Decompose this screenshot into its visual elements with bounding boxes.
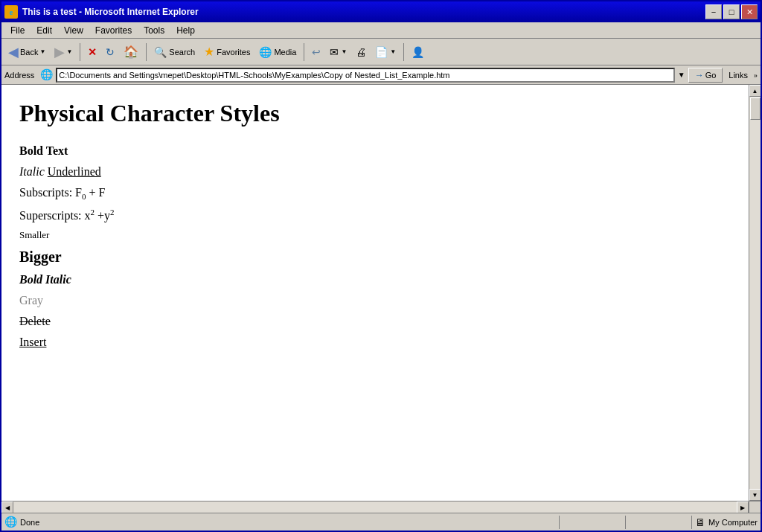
back-dropdown-icon: ▼ [39,48,45,55]
superscript-2: 2 [110,208,115,217]
history-button[interactable]: ↩ [308,42,324,63]
scroll-up-button[interactable]: ▲ [749,85,761,97]
maximize-button[interactable]: □ [723,4,740,19]
status-globe-icon: 🌐 [4,516,17,528]
menu-file[interactable]: File [4,24,31,37]
media-icon: 🌐 [259,46,272,58]
content-area: Physical Character Styles Bold Text Ital… [1,85,749,501]
underline-text: Underlined [48,165,101,178]
address-dropdown-icon[interactable]: ▼ [678,71,685,79]
browser-window: e This is a test - Microsoft Internet Ex… [0,0,762,532]
favorites-button[interactable]: ★ Favorites [200,42,254,63]
separator-3 [304,43,304,61]
favorites-star-icon: ★ [204,45,214,59]
go-arrow-icon: → [695,70,704,80]
print-icon: 🖨 [356,46,366,58]
media-button[interactable]: 🌐 Media [255,42,300,63]
menu-edit[interactable]: Edit [31,24,58,37]
app-icon: e [4,5,18,19]
print-button[interactable]: 🖨 [352,42,370,63]
forward-dropdown-icon: ▼ [66,48,72,55]
stop-icon: ✕ [88,46,97,58]
gray-line: Gray [19,292,731,310]
menu-tools[interactable]: Tools [138,24,170,37]
separator-4 [403,43,404,61]
bold-italic-span: Bold Italic [19,273,71,286]
bold-italic-line: Bold Italic [19,271,731,289]
back-button[interactable]: ◀ Back ▼ [4,42,49,63]
gray-text-span: Gray [19,294,43,307]
forward-button[interactable]: ▶ ▼ [51,42,76,63]
horizontal-scrollbar-row: ◀ ▶ [1,501,761,513]
delete-text: Delete [19,315,51,327]
window-title: This is a test - Microsoft Internet Expl… [22,7,705,17]
bold-text: Bold Text [19,144,68,157]
page-favicon: 🌐 [40,68,53,81]
scrollbar-corner [749,501,761,513]
mail-dropdown-icon: ▼ [341,48,347,55]
search-icon: 🔍 [154,46,167,58]
refresh-button[interactable]: ↻ [102,42,118,63]
h-scroll-track[interactable] [13,501,737,513]
subscript-prefix: Subscripts: F [19,186,82,199]
window-controls: − □ ✕ [705,4,758,19]
italic-underline-line: Italic Underlined [19,163,731,181]
menu-view[interactable]: View [58,24,89,37]
scroll-down-button[interactable]: ▼ [749,489,761,501]
separator-2 [146,43,147,61]
edit-button[interactable]: 📄 ▼ [371,42,400,63]
bigger-text-span: Bigger [19,249,62,265]
links-button[interactable]: Links [726,71,751,80]
edit-dropdown-icon: ▼ [390,48,396,55]
vertical-scrollbar: ▲ ▼ [749,85,761,501]
status-divider-3 [625,516,626,529]
mail-icon: ✉ [330,46,339,58]
delete-line: Delete [19,313,731,330]
status-text: Done [20,518,556,527]
smaller-text-span: Smaller [19,229,49,240]
back-label: Back [20,48,38,57]
insert-text-span: Insert [19,336,46,348]
address-bar: Address 🌐 ▼ → Go Links » [1,65,761,85]
stop-button[interactable]: ✕ [84,42,100,63]
title-bar: e This is a test - Microsoft Internet Ex… [1,1,761,22]
status-divider-1 [559,516,560,529]
superscript-line: Superscripts: x2 +y2 [19,206,731,225]
status-bar: 🌐 Done 🖥 My Computer [1,513,761,531]
go-button[interactable]: → Go [688,68,723,83]
scroll-left-button[interactable]: ◀ [1,501,13,513]
messenger-button[interactable]: 👤 [408,42,428,63]
address-input[interactable] [56,68,674,83]
toolbar: ◀ Back ▼ ▶ ▼ ✕ ↻ 🏠 🔍 Search ★ Fa [1,39,761,65]
scroll-right-button[interactable]: ▶ [737,501,749,513]
home-icon: 🏠 [124,45,138,59]
minimize-button[interactable]: − [705,4,722,19]
subscript-line: Subscripts: F0 + F [19,184,731,203]
content-wrapper: Physical Character Styles Bold Text Ital… [1,85,761,501]
edit-icon: 📄 [375,46,388,58]
forward-arrow-icon: ▶ [54,44,65,60]
refresh-icon: ↻ [106,46,115,58]
favorites-label: Favorites [217,48,250,57]
menu-help[interactable]: Help [170,24,201,37]
my-computer-label: My Computer [708,518,758,527]
scroll-thumb[interactable] [750,97,761,120]
insert-line: Insert [19,333,731,351]
close-button[interactable]: ✕ [741,4,758,19]
smaller-line: Smaller [19,228,731,243]
italic-text: Italic [19,165,45,178]
address-label: Address [4,71,37,80]
links-expand-icon: » [754,71,758,79]
mail-button[interactable]: ✉ ▼ [326,42,350,63]
search-button[interactable]: 🔍 Search [150,42,199,63]
bold-line: Bold Text [19,142,731,160]
history-icon: ↩ [312,46,321,58]
search-label: Search [169,48,195,57]
back-arrow-icon: ◀ [8,44,19,60]
scroll-track[interactable] [749,97,761,489]
page-title: Physical Character Styles [19,100,731,127]
menu-bar: File Edit View Favorites Tools Help [1,22,761,39]
home-button[interactable]: 🏠 [120,42,142,63]
menu-favorites[interactable]: Favorites [89,24,138,37]
status-divider-5 [691,516,692,529]
